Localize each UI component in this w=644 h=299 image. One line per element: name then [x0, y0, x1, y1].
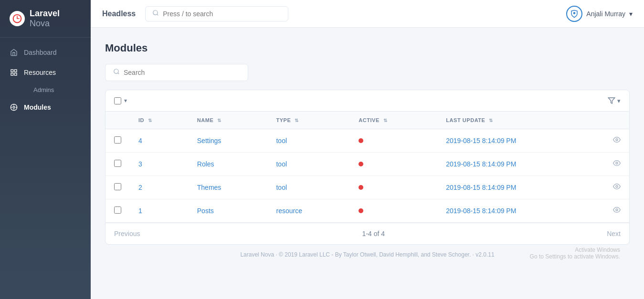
cell-view[interactable] [604, 153, 629, 176]
table-row: 2 Themes tool 2019-08-15 8:14:09 PM [106, 176, 629, 199]
table-row: 3 Roles tool 2019-08-15 8:14:09 PM [106, 153, 629, 176]
cell-type[interactable]: tool [267, 129, 350, 153]
topbar: Headless Anjali Murray ▾ [91, 0, 644, 28]
windows-watermark: Activate Windows Go to Settings to activ… [530, 247, 620, 260]
cell-name[interactable]: Roles [189, 153, 268, 176]
svg-point-14 [616, 186, 618, 187]
cell-type[interactable]: resource [267, 199, 350, 223]
sidebar-nav: Dashboard Resources Admins Modules [0, 38, 91, 299]
view-icon[interactable] [613, 207, 621, 215]
sort-type-icon: ⇅ [295, 118, 299, 123]
cell-type[interactable]: tool [267, 176, 350, 199]
col-name[interactable]: NAME ⇅ [189, 112, 268, 129]
sidebar-item-modules[interactable]: Modules [0, 97, 91, 117]
svg-point-5 [13, 106, 15, 108]
modules-icon [10, 103, 18, 112]
user-menu[interactable]: Anjali Murray ▾ [566, 6, 633, 22]
topbar-search-icon [152, 10, 159, 18]
sidebar-item-admins[interactable]: Admins [24, 82, 91, 97]
page-title: Modules [105, 42, 630, 54]
col-checkbox [106, 112, 130, 129]
modules-search-input[interactable] [124, 69, 240, 76]
table-row: 1 Posts resource 2019-08-15 8:14:09 PM [106, 199, 629, 223]
pagination-prev-button: Previous [114, 230, 140, 237]
col-type[interactable]: TYPE ⇅ [267, 112, 350, 129]
watermark-line2: Go to Settings to activate Windows. [530, 253, 620, 260]
svg-point-13 [616, 162, 618, 164]
sort-lastupdate-icon: ⇅ [489, 118, 493, 123]
sidebar-logo[interactable]: Laravel Nova [0, 0, 91, 38]
page-footer: Laravel Nova · © 2019 Laravel LLC - By T… [105, 245, 630, 265]
sidebar-sub-resources: Admins [0, 82, 91, 97]
user-avatar [566, 6, 582, 22]
page-content: Modules ▾ ▾ [91, 28, 644, 299]
filter-button[interactable]: ▾ [608, 97, 621, 104]
svg-point-15 [616, 209, 618, 211]
cell-active [350, 199, 437, 223]
watermark-line1: Activate Windows [530, 247, 620, 253]
select-dropdown-arrow[interactable]: ▾ [124, 97, 127, 104]
table-footer: Previous 1-4 of 4 Next [106, 223, 629, 244]
cell-last-update: 2019-08-15 8:14:09 PM [437, 176, 604, 199]
col-id[interactable]: ID ⇅ [130, 112, 189, 129]
cell-id[interactable]: 1 [130, 199, 189, 223]
cell-active [350, 129, 437, 153]
bulk-select-area: ▾ [114, 97, 127, 104]
table-row: 4 Settings tool 2019-08-15 8:14:09 PM [106, 129, 629, 153]
dashboard-label: Dashboard [24, 49, 57, 56]
svg-marker-11 [608, 98, 614, 103]
cell-last-update: 2019-08-15 8:14:09 PM [437, 129, 604, 153]
sidebar-item-dashboard[interactable]: Dashboard [0, 42, 91, 62]
view-icon[interactable] [613, 160, 621, 168]
cell-id[interactable]: 2 [130, 176, 189, 199]
grid-icon [10, 68, 18, 77]
cell-name[interactable]: Posts [189, 199, 268, 223]
sort-name-icon: ⇅ [217, 118, 222, 123]
active-indicator [359, 162, 363, 166]
admins-label: Admins [33, 86, 54, 93]
cell-active [350, 153, 437, 176]
row-checkbox[interactable] [114, 206, 121, 214]
search-icon [113, 68, 120, 77]
row-checkbox[interactable] [114, 183, 121, 190]
cell-view[interactable] [604, 199, 629, 223]
svg-point-8 [573, 12, 576, 14]
modules-search-bar[interactable] [105, 64, 248, 81]
select-all-checkbox[interactable] [114, 97, 121, 104]
app-logo-icon [10, 11, 25, 26]
col-active[interactable]: ACTIVE ⇅ [350, 112, 437, 129]
svg-point-6 [153, 10, 158, 14]
user-name: Anjali Murray [586, 10, 625, 18]
cell-id[interactable]: 4 [130, 129, 189, 153]
cell-view[interactable] [604, 129, 629, 153]
svg-line-7 [157, 14, 158, 15]
user-dropdown-icon: ▾ [629, 10, 633, 18]
topbar-breadcrumb: Headless [102, 10, 136, 18]
sidebar: Laravel Nova Dashboard Resources Admins … [0, 0, 91, 299]
cell-view[interactable] [604, 176, 629, 199]
cell-type[interactable]: tool [267, 153, 350, 176]
col-last-update[interactable]: LAST UPDATE ⇅ [437, 112, 604, 129]
row-checkbox[interactable] [114, 160, 121, 167]
sidebar-item-resources[interactable]: Resources [0, 62, 91, 82]
svg-rect-4 [14, 73, 17, 75]
resources-label: Resources [24, 69, 56, 76]
row-checkbox-cell [106, 176, 130, 199]
topbar-search-input[interactable] [163, 10, 281, 18]
view-icon[interactable] [613, 137, 621, 145]
view-icon[interactable] [613, 184, 621, 192]
pagination-next-button: Next [607, 230, 621, 237]
topbar-search-box[interactable] [145, 6, 288, 21]
active-indicator [359, 138, 363, 143]
row-checkbox[interactable] [114, 136, 121, 144]
active-indicator [359, 185, 363, 190]
cell-name[interactable]: Themes [189, 176, 268, 199]
cell-active [350, 176, 437, 199]
svg-point-12 [616, 139, 618, 141]
svg-rect-2 [14, 70, 17, 72]
cell-name[interactable]: Settings [189, 129, 268, 153]
modules-label: Modules [24, 103, 51, 111]
table-body: 4 Settings tool 2019-08-15 8:14:09 PM [106, 129, 629, 223]
cell-id[interactable]: 3 [130, 153, 189, 176]
footer-text: Laravel Nova · © 2019 Laravel LLC - By T… [240, 251, 494, 258]
